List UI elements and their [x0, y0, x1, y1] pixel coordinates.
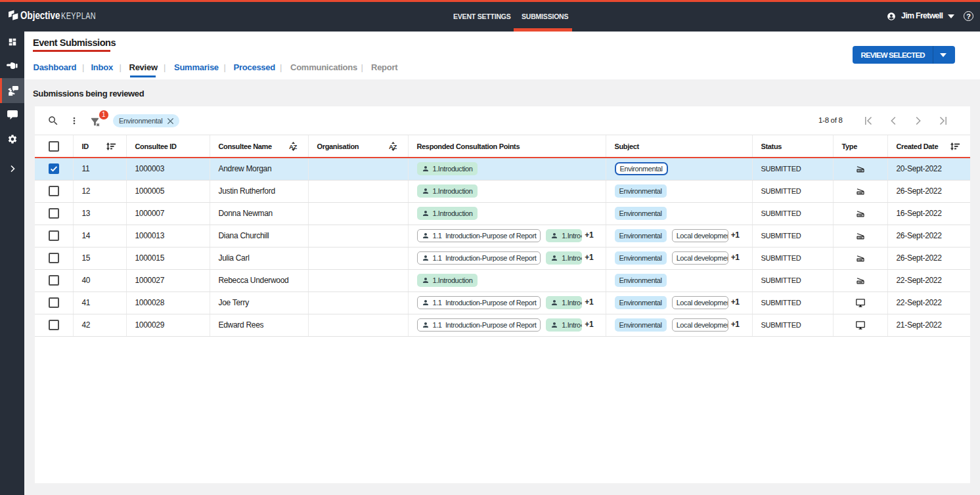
- svg-text:AZ: AZ: [289, 142, 298, 150]
- svg-text:AZ: AZ: [389, 142, 397, 150]
